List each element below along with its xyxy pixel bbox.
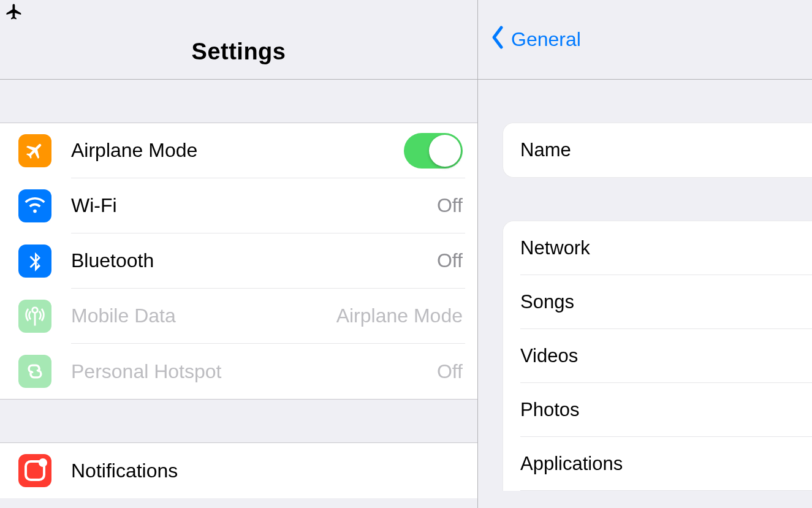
- row-personal-hotspot: Personal Hotspot Off: [0, 344, 477, 399]
- row-label: Airplane Mode: [71, 139, 197, 162]
- row-applications[interactable]: Applications: [503, 437, 812, 491]
- group-spacer: [503, 80, 812, 123]
- row-label: Bluetooth: [71, 249, 154, 272]
- row-label: Name: [520, 139, 571, 161]
- about-group-name: Name: [503, 123, 812, 178]
- settings-group-notifications: Notifications: [0, 442, 477, 498]
- settings-detail-pane: General Name Network Songs: [478, 0, 812, 508]
- group-spacer: [0, 400, 477, 442]
- row-wifi[interactable]: Wi-Fi Off: [0, 178, 477, 233]
- row-label: Personal Hotspot: [71, 360, 221, 383]
- row-videos[interactable]: Videos: [503, 329, 812, 383]
- row-network[interactable]: Network: [503, 221, 812, 275]
- row-mobile-data: Mobile Data Airplane Mode: [0, 289, 477, 344]
- hotspot-icon: [18, 355, 51, 388]
- wifi-icon: [18, 189, 51, 222]
- row-value: Off: [437, 249, 463, 272]
- row-airplane-mode[interactable]: Airplane Mode: [0, 123, 477, 178]
- row-value: Off: [437, 194, 463, 217]
- group-spacer: [0, 80, 477, 123]
- chevron-left-icon: [490, 25, 511, 55]
- airplane-mode-status-icon: [5, 2, 23, 21]
- row-label: Notifications: [71, 460, 178, 482]
- row-label: Network: [520, 237, 590, 259]
- settings-title: Settings: [192, 39, 286, 65]
- row-label: Songs: [520, 291, 574, 313]
- row-bluetooth[interactable]: Bluetooth Off: [0, 233, 477, 289]
- row-label: Mobile Data: [71, 305, 176, 327]
- toggle-knob: [429, 135, 461, 167]
- about-group-info: Network Songs Videos Photos Applications: [503, 221, 812, 491]
- row-value: Off: [437, 360, 463, 383]
- row-name[interactable]: Name: [503, 123, 812, 177]
- antenna-icon: [18, 300, 51, 333]
- group-spacer: [503, 178, 812, 221]
- svg-point-1: [39, 458, 47, 467]
- status-bar: [0, 0, 477, 25]
- back-button[interactable]: General: [490, 25, 581, 55]
- row-label: Photos: [520, 399, 580, 421]
- settings-master-pane: Settings Airplane Mode: [0, 0, 478, 508]
- airplane-mode-toggle[interactable]: [404, 133, 463, 169]
- row-value: Airplane Mode: [336, 305, 463, 327]
- bluetooth-icon: [18, 245, 51, 278]
- notifications-icon: [18, 454, 51, 487]
- row-label: Applications: [520, 453, 623, 475]
- airplane-icon: [18, 134, 51, 167]
- back-label: General: [511, 28, 581, 51]
- settings-header: Settings: [0, 25, 477, 80]
- settings-group-connectivity: Airplane Mode Wi-Fi Off: [0, 123, 477, 400]
- row-songs[interactable]: Songs: [503, 275, 812, 329]
- detail-header: General: [478, 0, 812, 80]
- row-photos[interactable]: Photos: [503, 383, 812, 437]
- row-label: Wi-Fi: [71, 194, 117, 217]
- row-label: Videos: [520, 345, 578, 367]
- row-notifications[interactable]: Notifications: [0, 443, 477, 498]
